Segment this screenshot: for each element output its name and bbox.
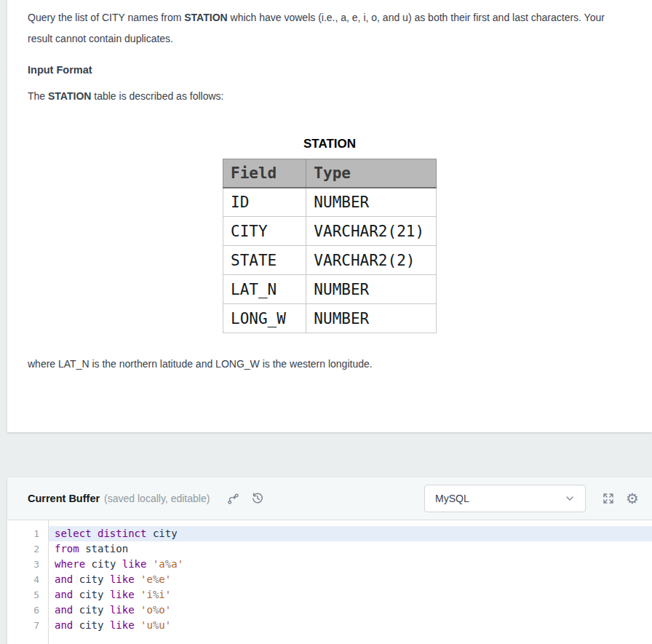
- line-number: 4: [7, 572, 48, 587]
- code-line[interactable]: 4and city like 'e%e': [7, 572, 652, 587]
- schema-row: IDNUMBER: [223, 188, 437, 217]
- line-number: 1: [7, 526, 48, 541]
- code-line[interactable]: 2from station: [7, 541, 652, 557]
- footnote: where LAT_N is the northern latitude and…: [28, 357, 632, 371]
- code-line[interactable]: 7and city like 'u%u': [7, 618, 652, 633]
- schema-cell-type: VARCHAR2(21): [306, 217, 437, 246]
- schema-cell-field: ID: [223, 188, 306, 217]
- schema-header-field: Field: [223, 159, 306, 188]
- schema-cell-field: LAT_N: [223, 275, 306, 304]
- language-select-value: MySQL: [435, 493, 469, 504]
- intro-bold-station: STATION: [48, 90, 91, 102]
- code-line-text: and city like 'u%u': [48, 618, 652, 633]
- schema-table-title: STATION: [223, 137, 437, 151]
- panel-subtitle: (saved locally, editable): [104, 493, 210, 504]
- editor-panel-header: Current Buffer (saved locally, editable)…: [7, 477, 652, 520]
- schema-row: LAT_NNUMBER: [223, 275, 437, 304]
- git-fork-icon[interactable]: [227, 493, 239, 505]
- code-line-text: where city like 'a%a': [48, 557, 652, 572]
- line-number: 2: [7, 541, 48, 557]
- statement-bold-station: STATION: [184, 12, 227, 23]
- line-number: 5: [7, 587, 48, 603]
- language-select[interactable]: MySQL: [424, 485, 586, 512]
- schema-row: STATEVARCHAR2(2): [223, 246, 437, 275]
- code-line-text: and city like 'i%i': [48, 587, 652, 603]
- history-icon[interactable]: [251, 492, 264, 505]
- intro-pre: The: [28, 90, 48, 102]
- schema-cell-type: VARCHAR2(2): [306, 246, 437, 275]
- panel-title: Current Buffer: [28, 493, 100, 504]
- line-number: 3: [7, 557, 48, 572]
- schema-cell-type: NUMBER: [306, 188, 437, 217]
- input-format-heading: Input Format: [28, 63, 632, 77]
- problem-statement: Query the list of CITY names from STATIO…: [28, 7, 632, 49]
- problem-card: Query the list of CITY names from STATIO…: [7, 0, 652, 432]
- schema-cell-type: NUMBER: [306, 304, 437, 333]
- gutter-divider: [48, 520, 49, 644]
- fullscreen-icon[interactable]: [601, 491, 616, 506]
- code-editor[interactable]: 1select distinct city2from station3where…: [7, 520, 652, 644]
- code-line-text: and city like 'e%e': [48, 572, 652, 587]
- schema-header-type: Type: [306, 159, 437, 188]
- table-intro: The STATION table is described as follow…: [28, 89, 632, 103]
- editor-panel: Current Buffer (saved locally, editable)…: [7, 477, 652, 644]
- schema-header-row: Field Type: [223, 159, 437, 188]
- schema-table: Field Type IDNUMBERCITYVARCHAR2(21)STATE…: [223, 159, 437, 333]
- line-number: 6: [7, 603, 48, 618]
- schema-cell-field: STATE: [223, 246, 306, 275]
- chevron-down-icon: [565, 493, 575, 504]
- code-line-text: and city like 'o%o': [48, 603, 652, 618]
- code-line[interactable]: 6and city like 'o%o': [7, 603, 652, 618]
- gear-icon[interactable]: ⚙: [626, 491, 639, 506]
- intro-post: table is described as follows:: [91, 90, 223, 102]
- schema-cell-field: LONG_W: [223, 304, 306, 333]
- schema-table-block: STATION Field Type IDNUMBERCITYVARCHAR2(…: [223, 137, 437, 333]
- code-line[interactable]: 1select distinct city: [7, 526, 652, 541]
- code-line-text: select distinct city: [48, 526, 652, 541]
- code-line[interactable]: 5and city like 'i%i': [7, 587, 652, 603]
- statement-pre: Query the list of CITY names from: [28, 12, 184, 23]
- schema-cell-type: NUMBER: [306, 275, 437, 304]
- schema-row: LONG_WNUMBER: [223, 304, 437, 333]
- schema-row: CITYVARCHAR2(21): [223, 217, 437, 246]
- code-line-text: from station: [48, 541, 652, 557]
- line-number: 7: [7, 618, 48, 633]
- schema-cell-field: CITY: [223, 217, 306, 246]
- code-line[interactable]: 3where city like 'a%a': [7, 557, 652, 572]
